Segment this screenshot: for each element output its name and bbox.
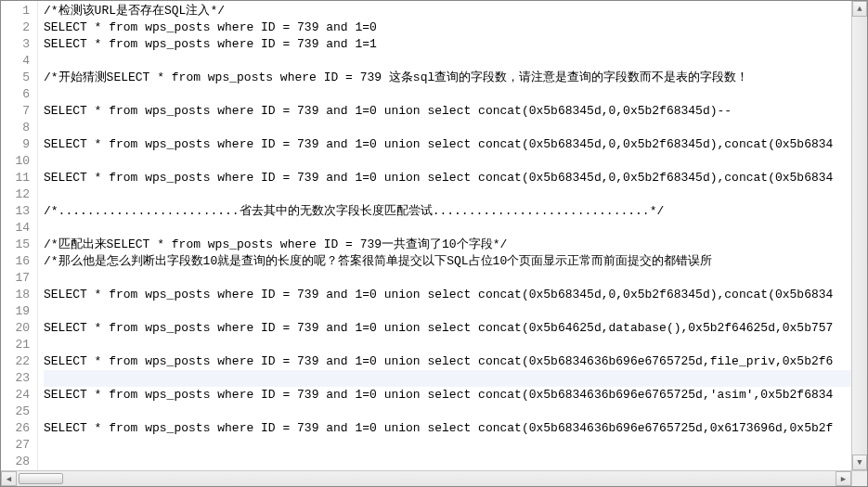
chevron-down-icon: ▼	[857, 458, 862, 468]
code-line[interactable]	[44, 220, 851, 237]
code-line[interactable]: /*.........................省去其中的无数次字段长度匹…	[44, 203, 851, 220]
line-number: 15	[1, 237, 30, 253]
line-number: 16	[1, 253, 30, 270]
code-line[interactable]	[44, 270, 851, 287]
code-line[interactable]	[44, 120, 851, 136]
code-line[interactable]	[44, 303, 851, 320]
line-number: 11	[1, 170, 30, 186]
line-number: 21	[1, 337, 30, 353]
line-number: 4	[1, 53, 30, 70]
code-line[interactable]	[44, 53, 851, 70]
code-line[interactable]: SELECT * from wps_posts where ID = 739 a…	[44, 170, 851, 186]
code-line[interactable]: /*那么他是怎么判断出字段数10就是查询的长度的呢？答案很简单提交以下SQL占位…	[44, 253, 851, 270]
code-line[interactable]: SELECT * from wps_posts where ID = 739 a…	[44, 103, 851, 120]
line-number: 22	[1, 353, 30, 370]
line-number: 17	[1, 270, 30, 287]
code-line[interactable]	[44, 186, 851, 203]
editor-area: 1234567891011121314151617181920212223242…	[1, 1, 867, 470]
line-number: 9	[1, 136, 30, 153]
line-number: 19	[1, 303, 30, 320]
line-number: 6	[1, 86, 30, 103]
code-line[interactable]: SELECT * from wps_posts where ID = 739 a…	[44, 136, 851, 153]
code-line[interactable]	[44, 404, 851, 420]
line-number: 18	[1, 287, 30, 303]
horizontal-scrollbar[interactable]: ◀ ▶	[1, 470, 867, 486]
vertical-scroll-track[interactable]	[852, 17, 867, 455]
vertical-scrollbar[interactable]: ▲ ▼	[851, 1, 867, 470]
editor-frame: 1234567891011121314151617181920212223242…	[0, 0, 868, 487]
horizontal-scroll-track[interactable]	[17, 471, 836, 486]
code-line[interactable]	[44, 86, 851, 103]
scroll-up-button[interactable]: ▲	[852, 1, 867, 17]
code-line[interactable]: SELECT * from wps_posts where ID = 739 a…	[44, 36, 851, 53]
code-line[interactable]: /*开始猜测SELECT * from wps_posts where ID =…	[44, 70, 851, 86]
chevron-left-icon: ◀	[6, 474, 11, 484]
code-line[interactable]: /*匹配出来SELECT * from wps_posts where ID =…	[44, 237, 851, 253]
code-line[interactable]: SELECT * from wps_posts where ID = 739 a…	[44, 420, 851, 437]
line-number: 10	[1, 153, 30, 170]
line-number: 14	[1, 220, 30, 237]
horizontal-scroll-thumb[interactable]	[19, 473, 63, 484]
line-number: 23	[1, 370, 30, 387]
code-content[interactable]: /*检测该URL是否存在SQL注入*/SELECT * from wps_pos…	[38, 1, 851, 470]
line-number: 27	[1, 437, 30, 454]
line-number: 12	[1, 186, 30, 203]
scroll-left-button[interactable]: ◀	[1, 471, 17, 486]
code-line[interactable]	[44, 454, 851, 470]
line-number: 2	[1, 19, 30, 36]
code-line[interactable]	[44, 153, 851, 170]
chevron-up-icon: ▲	[857, 5, 862, 14]
scroll-down-button[interactable]: ▼	[852, 455, 867, 470]
code-line[interactable]	[44, 370, 851, 387]
line-number: 24	[1, 387, 30, 404]
code-line[interactable]: SELECT * from wps_posts where ID = 739 a…	[44, 287, 851, 303]
line-number-gutter: 1234567891011121314151617181920212223242…	[1, 1, 38, 470]
line-number: 5	[1, 70, 30, 86]
line-number: 13	[1, 203, 30, 220]
code-line[interactable]: /*检测该URL是否存在SQL注入*/	[44, 3, 851, 19]
code-line[interactable]: SELECT * from wps_posts where ID = 739 a…	[44, 353, 851, 370]
line-number: 20	[1, 320, 30, 337]
line-number: 7	[1, 103, 30, 120]
scroll-right-button[interactable]: ▶	[836, 471, 851, 486]
chevron-right-icon: ▶	[841, 474, 846, 484]
line-number: 25	[1, 404, 30, 420]
code-line[interactable]: SELECT * from wps_posts where ID = 739 a…	[44, 387, 851, 404]
scrollbar-corner	[851, 471, 867, 486]
code-line[interactable]: SELECT * from wps_posts where ID = 739 a…	[44, 19, 851, 36]
line-number: 26	[1, 420, 30, 437]
line-number: 3	[1, 36, 30, 53]
line-number: 8	[1, 120, 30, 136]
code-line[interactable]	[44, 437, 851, 454]
code-line[interactable]: SELECT * from wps_posts where ID = 739 a…	[44, 320, 851, 337]
line-number: 28	[1, 454, 30, 470]
code-line[interactable]	[44, 337, 851, 353]
line-number: 1	[1, 3, 30, 19]
